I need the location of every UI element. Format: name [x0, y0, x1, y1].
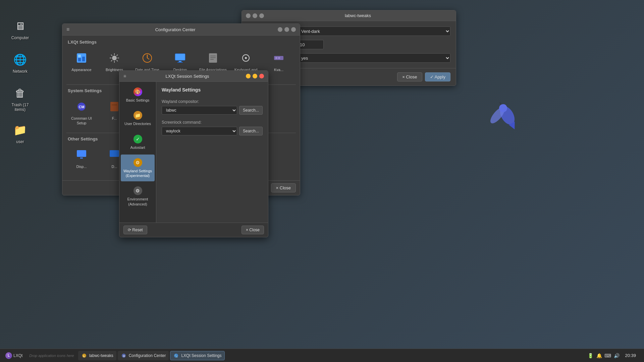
labwc-corner-radius-input[interactable] [297, 40, 324, 49]
session-maximize-button[interactable] [253, 74, 257, 78]
svg-rect-25 [177, 62, 183, 63]
desktop-icon-network[interactable]: 🌐 Network [7, 50, 34, 75]
session-nav-userdirs[interactable]: 📁 User Directories [121, 107, 155, 129]
power-tray-icon[interactable]: 🔋 [587, 353, 593, 359]
svg-line-17 [117, 55, 118, 56]
config-titlebar: ≡ Configuration Center [62, 24, 300, 36]
session-nav-autostart[interactable]: ✓ Autostart [121, 131, 155, 153]
svg-text:L: L [83, 355, 85, 358]
config-close-button[interactable] [291, 27, 296, 32]
wayland-settings-icon: ⚙ [133, 158, 143, 167]
network-label: Network [13, 69, 28, 74]
appearance-icon [74, 51, 89, 65]
svg-rect-7 [78, 58, 81, 61]
svg-text:🔧: 🔧 [174, 354, 178, 358]
svg-text:⚙: ⚙ [122, 355, 125, 358]
taskbar-app-config[interactable]: ⚙ Configuration Center [118, 351, 169, 360]
svg-line-21 [147, 58, 149, 59]
labwc-window-title: labwc-tweaks [264, 13, 452, 18]
labwc-titlebar: labwc-tweaks [242, 10, 456, 21]
config-item-connman[interactable]: CM Connman UI Setup [66, 97, 97, 128]
labwc-window-controls [246, 13, 264, 18]
config-minimize-button[interactable] [278, 27, 282, 32]
compositor-label: Wayland compositor: [162, 99, 263, 104]
svg-rect-26 [209, 53, 217, 63]
session-minimize-button[interactable] [246, 74, 251, 78]
display-config-icon [74, 147, 89, 162]
taskbar-start-label: LXQt [13, 353, 22, 358]
screenlock-group: Screenlock command: waylock Search... [162, 120, 263, 135]
environment-label: Environment (Advanced) [122, 197, 153, 206]
labwc-maximize-button[interactable] [253, 13, 257, 18]
compositor-select[interactable]: labwc [162, 106, 237, 115]
desktop-icon-computer[interactable]: 🖥 Computer [7, 17, 34, 42]
autostart-icon: ✓ [133, 134, 143, 144]
compositor-search-button[interactable]: Search... [239, 106, 263, 115]
fileassoc-icon [206, 51, 220, 65]
user-label: user [16, 139, 24, 144]
session-body: 🎨 Basic Settings 📁 User Directories ✓ [119, 82, 268, 223]
display-label: Disp... [76, 164, 87, 169]
kva-label: Kva... [274, 67, 283, 72]
screenlock-select[interactable]: waylock [162, 127, 237, 135]
labwc-close-button[interactable] [259, 13, 264, 18]
hummingbird-decoration [486, 94, 527, 134]
svg-line-16 [117, 60, 118, 62]
basic-settings-label: Basic Settings [126, 98, 150, 103]
kva-icon [271, 51, 286, 65]
computer-label: Computer [11, 36, 29, 40]
labwc-openbox-theme-select[interactable]: Vent-dark [297, 26, 450, 36]
svg-rect-41 [110, 150, 119, 157]
svg-point-10 [112, 56, 117, 60]
session-taskbar-label: LXQt Session Settings [181, 353, 221, 358]
config-close-button[interactable]: × Close [271, 183, 296, 192]
keyboard-tray-icon[interactable]: ⌨ [605, 353, 611, 359]
svg-rect-8 [82, 57, 85, 61]
session-nav-wayland[interactable]: ⚙ Wayland Settings (Experimental) [121, 155, 155, 182]
config-item-display[interactable]: Disp... [66, 145, 97, 172]
session-nav-environment[interactable]: ⚙ Environment (Advanced) [121, 183, 155, 210]
labwc-apply-button[interactable]: ✓ Apply [425, 72, 450, 81]
screenlock-search-button[interactable]: Search... [239, 127, 263, 135]
config-menu-icon[interactable]: ≡ [66, 26, 69, 33]
config-maximize-button[interactable] [284, 27, 289, 32]
session-reset-button[interactable]: ⟳ Reset [123, 226, 147, 234]
session-close-footer-button[interactable]: × Close [241, 226, 264, 234]
lxqt-settings-section-title: LXQt Settings [68, 40, 296, 45]
bell-tray-icon[interactable]: 🔔 [596, 353, 602, 359]
session-main-content: Wayland Settings Wayland compositor: lab… [156, 82, 268, 223]
session-sidebar: 🎨 Basic Settings 📁 User Directories ✓ [119, 82, 156, 223]
appearance-label: Appearance [71, 67, 91, 72]
brightness-icon [107, 51, 122, 65]
compositor-row: labwc Search... [162, 106, 263, 115]
desktop-icon-user[interactable]: 📁 user [7, 121, 34, 145]
taskbar-start-button[interactable]: L LXQt [3, 351, 25, 360]
compositor-group: Wayland compositor: labwc Search... [162, 99, 263, 115]
connman-icon: CM [74, 99, 89, 114]
taskbar-app-labwc[interactable]: L labwc-tweaks [78, 351, 116, 360]
wayland-settings-label: Wayland Settings (Experimental) [122, 169, 153, 178]
session-menu-icon[interactable]: ≡ [123, 73, 126, 79]
basic-settings-icon: 🎨 [133, 87, 143, 97]
volume-tray-icon[interactable]: 🔊 [613, 353, 620, 359]
svg-rect-22 [175, 54, 185, 60]
labwc-drop-shadows-select[interactable]: yes no [297, 53, 450, 63]
session-close-button[interactable] [259, 74, 264, 78]
labwc-taskbar-label: labwc-tweaks [89, 353, 113, 358]
desktop-icon-trash[interactable]: 🗑 Trash (17items) [7, 84, 34, 113]
session-footer-right: × Close [241, 226, 264, 234]
screenlock-label: Screenlock command: [162, 120, 263, 125]
svg-line-18 [111, 60, 112, 62]
datetime-icon [140, 51, 155, 65]
session-footer: ⟳ Reset × Close [119, 223, 268, 237]
autostart-label: Autostart [130, 145, 145, 150]
svg-rect-39 [77, 150, 86, 157]
labwc-minimize-button[interactable] [246, 13, 251, 18]
trash-label: Trash (17items) [12, 103, 29, 112]
config-item-appearance[interactable]: Appearance [66, 48, 97, 80]
svg-rect-40 [80, 158, 83, 159]
svg-rect-33 [275, 57, 277, 59]
session-nav-basic[interactable]: 🎨 Basic Settings [121, 84, 155, 106]
taskbar-app-session[interactable]: 🔧 LXQt Session Settings [170, 351, 224, 360]
labwc-close-button-footer[interactable]: × Close [397, 72, 422, 81]
